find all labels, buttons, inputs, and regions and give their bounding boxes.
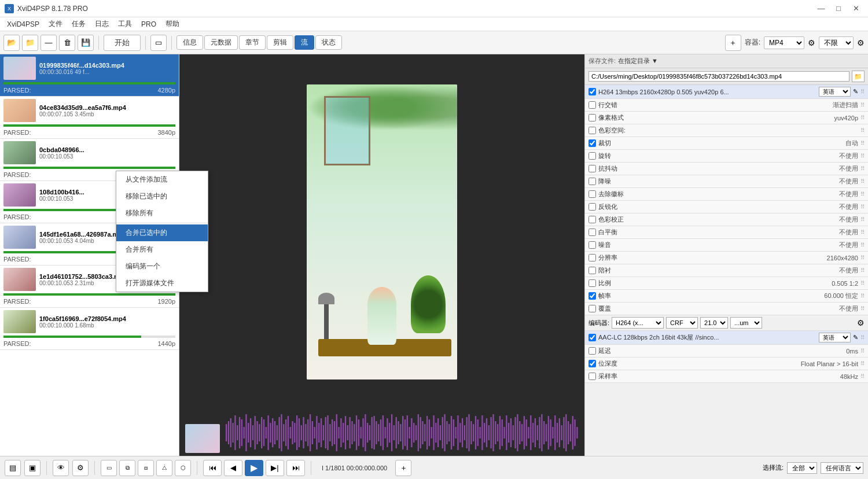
svg-rect-116 xyxy=(479,427,480,439)
svg-rect-110 xyxy=(466,417,468,448)
playback-btn-1[interactable]: ▭ xyxy=(101,460,117,476)
interlace-checkbox[interactable] xyxy=(589,101,596,109)
save-button[interactable]: 💾 xyxy=(78,35,94,51)
prev-frame-btn[interactable]: ⏮ xyxy=(203,460,222,476)
status-btn-1[interactable]: ▤ xyxy=(5,460,21,476)
menu-item-log[interactable]: 日志 xyxy=(90,18,113,30)
delay-checkbox[interactable] xyxy=(589,347,596,355)
limit-gear-icon[interactable]: ⚙ xyxy=(857,38,865,47)
add-mark-btn[interactable]: ＋ xyxy=(395,460,411,476)
delete-button[interactable]: 🗑 xyxy=(59,35,75,51)
rotate-checkbox[interactable] xyxy=(589,152,596,160)
svg-rect-109 xyxy=(464,425,465,440)
context-remove-selected[interactable]: 移除已选中的 xyxy=(116,188,208,205)
minus-button[interactable]: — xyxy=(41,35,57,51)
preview-button[interactable]: ▭ xyxy=(150,35,167,51)
encoder-gear-icon[interactable]: ⚙ xyxy=(857,318,865,327)
encoder-value-select[interactable]: 21.0 xyxy=(700,317,728,329)
context-add-stream[interactable]: 从文件添加流 xyxy=(116,171,208,188)
playback-btn-2[interactable]: ⧉ xyxy=(119,460,135,476)
encoder-preset-select[interactable]: ...um xyxy=(730,317,762,329)
playback-btn-4[interactable]: ⧊ xyxy=(156,460,172,476)
svg-rect-30 xyxy=(290,427,291,439)
noise-checkbox[interactable] xyxy=(589,241,596,249)
tab-meta[interactable]: 元数据 xyxy=(204,35,238,50)
padding-checkbox[interactable] xyxy=(589,267,596,274)
color-space-label: 色彩空间: xyxy=(598,126,856,135)
open-folder-button[interactable]: 📂 xyxy=(3,35,20,51)
next-btn[interactable]: ▶| xyxy=(266,460,284,476)
tab-cut[interactable]: 剪辑 xyxy=(267,35,293,50)
color-space-checkbox[interactable] xyxy=(589,127,596,134)
minimize-button[interactable]: — xyxy=(814,3,829,14)
unsharp-checkbox[interactable] xyxy=(589,203,596,211)
stabilize-checkbox[interactable] xyxy=(589,165,596,172)
menu-item-task[interactable]: 任务 xyxy=(67,18,90,30)
playback-btn-3[interactable]: ⧈ xyxy=(138,460,154,476)
audio-stream-checkbox[interactable] xyxy=(589,334,596,341)
context-open-source[interactable]: 打开源媒体文件 xyxy=(116,275,208,292)
video-lang-select[interactable]: 英语 中文 xyxy=(819,87,851,97)
menu-item-file[interactable]: 文件 xyxy=(44,18,67,30)
tab-info[interactable]: 信息 xyxy=(176,35,203,50)
audio-drag-handle[interactable]: ⠿ xyxy=(860,334,865,341)
browse-file-button[interactable]: 📁 xyxy=(852,71,865,82)
context-merge-all[interactable]: 合并所有 xyxy=(116,241,208,258)
video-stream-edit-btn[interactable]: ✎ xyxy=(853,88,858,95)
status-settings-btn[interactable]: ⚙ xyxy=(72,460,89,476)
play-button[interactable]: ▶ xyxy=(245,460,263,476)
file-item-1[interactable]: 01999835f46f...d14c303.mp4 00:00:30.016 … xyxy=(0,54,179,97)
audio-lang-select[interactable]: 英语 中文 xyxy=(819,333,851,342)
playback-btn-5[interactable]: ⬡ xyxy=(175,460,191,476)
audio-stream-edit-btn[interactable]: ✎ xyxy=(853,334,858,341)
resolution-checkbox[interactable] xyxy=(589,254,596,261)
prev-btn[interactable]: ◀ xyxy=(224,460,242,476)
setting-aspect: 比例 0.505 1:2 ⠿ xyxy=(585,277,868,290)
menu-item-appname[interactable]: XviD4PSP xyxy=(2,19,44,30)
start-button[interactable]: 开始 xyxy=(104,35,141,51)
stream-select[interactable]: 全部 xyxy=(787,462,817,474)
tab-stream[interactable]: 流 xyxy=(295,35,314,50)
context-remove-all[interactable]: 移除所有 xyxy=(116,205,208,222)
tab-status[interactable]: 状态 xyxy=(315,35,342,50)
file-item-2[interactable]: 04ce834d35d9...ea5a7f6.mp4 00:00:07.105 … xyxy=(0,97,179,139)
lang-select-bottom[interactable]: 任何语言 xyxy=(821,462,863,474)
color-correct-label: 色彩校正 xyxy=(598,215,837,224)
encoder-mode-select[interactable]: CRF xyxy=(666,317,698,329)
logo-remove-checkbox[interactable] xyxy=(589,190,596,198)
menu-item-tools[interactable]: 工具 xyxy=(113,18,137,30)
status-preview-btn[interactable]: 👁 xyxy=(53,460,69,476)
container-select[interactable]: MP4 MKV AVI xyxy=(764,36,804,49)
svg-rect-72 xyxy=(382,415,384,450)
open-file-button[interactable]: 📁 xyxy=(22,35,38,51)
next-frame-btn[interactable]: ⏭ xyxy=(286,460,305,476)
close-button[interactable]: ✕ xyxy=(848,3,863,14)
overlay-checkbox[interactable] xyxy=(589,305,596,312)
framerate-checkbox[interactable] xyxy=(589,292,596,300)
pixel-format-checkbox[interactable] xyxy=(589,114,596,121)
save-dir-dropdown[interactable]: 在指定目录 ▼ xyxy=(618,57,658,65)
white-balance-checkbox[interactable] xyxy=(589,229,596,236)
video-drag-handle[interactable]: ⠿ xyxy=(860,89,865,95)
crop-checkbox[interactable] xyxy=(589,139,596,147)
sample-rate-checkbox[interactable] xyxy=(589,373,596,380)
color-correct-checkbox[interactable] xyxy=(589,216,596,223)
aspect-checkbox[interactable] xyxy=(589,279,596,287)
denoise-checkbox[interactable] xyxy=(589,178,596,185)
video-stream-checkbox[interactable] xyxy=(589,88,596,95)
limit-select[interactable]: 不限 700MB xyxy=(819,36,854,49)
maximize-button[interactable]: □ xyxy=(831,3,846,14)
svg-rect-145 xyxy=(543,421,545,444)
menu-item-pro[interactable]: PRO xyxy=(137,19,161,30)
file-item-7[interactable]: 1f0ca5f16969...e72f8054.mp4 00:00:10.000… xyxy=(0,308,179,350)
encoder-codec-select[interactable]: H264 (x... xyxy=(612,317,664,329)
container-gear-icon[interactable]: ⚙ xyxy=(808,38,815,47)
add-stream-button[interactable]: ＋ xyxy=(725,35,741,51)
bit-depth-checkbox[interactable] xyxy=(589,360,596,367)
menu-item-help[interactable]: 帮助 xyxy=(161,18,184,30)
status-btn-2[interactable]: ▣ xyxy=(24,460,41,476)
tab-chapter[interactable]: 章节 xyxy=(239,35,266,50)
scene-plant xyxy=(411,275,446,333)
context-encode-first[interactable]: 编码第一个 xyxy=(116,258,208,275)
context-merge-selected[interactable]: 合并已选中的 xyxy=(116,224,208,241)
